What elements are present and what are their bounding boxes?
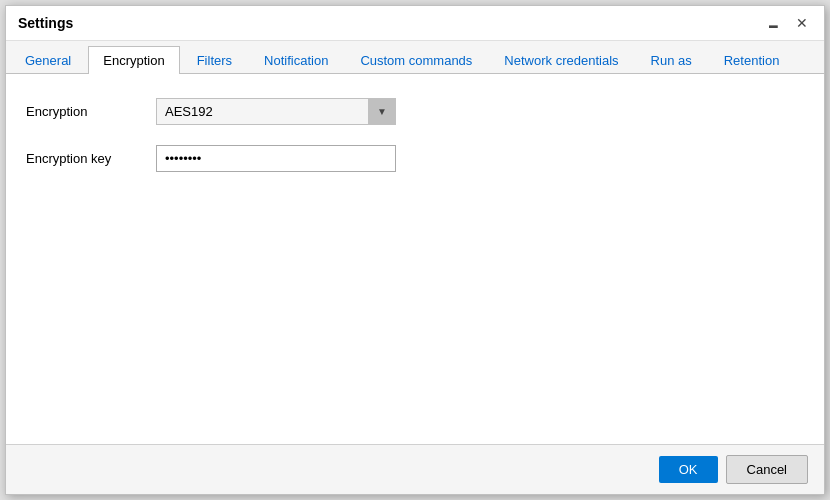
title-bar-controls: 🗕 ✕ (762, 14, 812, 32)
minimize-button[interactable]: 🗕 (762, 14, 784, 32)
encryption-key-input[interactable] (156, 145, 396, 172)
encryption-key-label: Encryption key (26, 151, 156, 166)
tab-content: Encryption None AES128 AES192 AES256 ▼ E… (6, 74, 824, 444)
title-bar: Settings 🗕 ✕ (6, 6, 824, 41)
tab-filters[interactable]: Filters (182, 46, 247, 74)
tab-run-as[interactable]: Run as (636, 46, 707, 74)
tab-encryption[interactable]: Encryption (88, 46, 179, 74)
tab-general[interactable]: General (10, 46, 86, 74)
encryption-select-wrapper: None AES128 AES192 AES256 ▼ (156, 98, 396, 125)
settings-dialog: Settings 🗕 ✕ General Encryption Filters … (5, 5, 825, 495)
dialog-title: Settings (18, 15, 73, 31)
encryption-row: Encryption None AES128 AES192 AES256 ▼ (26, 98, 804, 125)
tab-notification[interactable]: Notification (249, 46, 343, 74)
tab-network-credentials[interactable]: Network credentials (489, 46, 633, 74)
encryption-key-row: Encryption key (26, 145, 804, 172)
dialog-footer: OK Cancel (6, 444, 824, 494)
tab-bar: General Encryption Filters Notification … (6, 41, 824, 74)
ok-button[interactable]: OK (659, 456, 718, 483)
tab-custom-commands[interactable]: Custom commands (345, 46, 487, 74)
tab-retention[interactable]: Retention (709, 46, 795, 74)
encryption-select[interactable]: None AES128 AES192 AES256 (156, 98, 396, 125)
cancel-button[interactable]: Cancel (726, 455, 808, 484)
close-button[interactable]: ✕ (792, 14, 812, 32)
encryption-label: Encryption (26, 104, 156, 119)
